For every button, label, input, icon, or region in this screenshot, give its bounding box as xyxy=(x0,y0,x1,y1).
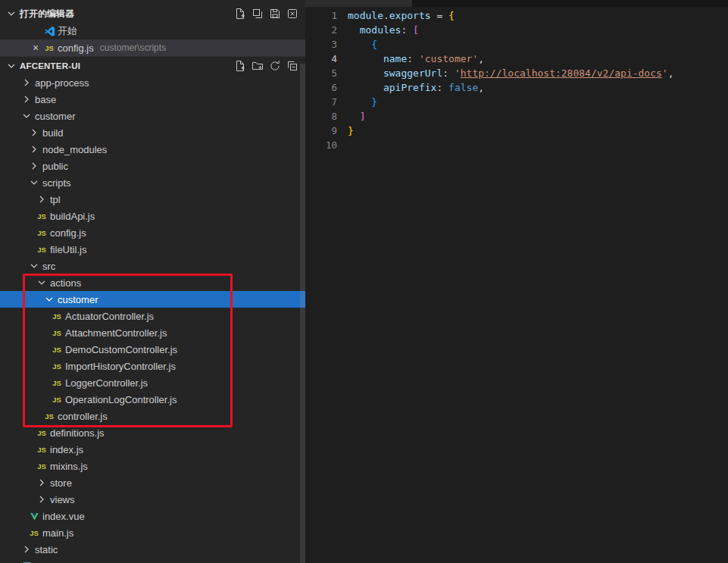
tree-item[interactable]: public xyxy=(0,158,305,174)
tree-item[interactable]: JSImportHistoryController.js xyxy=(0,358,305,374)
code-line[interactable]: 9} xyxy=(305,124,728,138)
open-editors-list: 开始×JSconfig.jscustomer\scripts xyxy=(0,23,305,56)
tree-item-label: app-process xyxy=(35,77,89,89)
chevron-down-icon xyxy=(5,60,18,72)
code-line[interactable]: 5 swaggerUrl: 'http://localhost:28084/v2… xyxy=(305,66,728,80)
open-editor-item[interactable]: ×JSconfig.jscustomer\scripts xyxy=(0,39,305,56)
tree-item[interactable]: JSLoggerController.js xyxy=(0,374,305,391)
new-folder-icon[interactable] xyxy=(248,58,266,74)
code-token: name xyxy=(383,53,407,64)
code-token: , xyxy=(668,67,674,79)
code-token xyxy=(348,82,383,93)
js-file-icon: JS xyxy=(35,229,48,237)
tree-item[interactable]: customer xyxy=(0,291,305,308)
code-token: http://localhost:28084/v2/api-docs xyxy=(461,67,662,79)
split-editor-icon[interactable] xyxy=(248,5,266,22)
chevron-right-icon xyxy=(35,477,48,489)
code-token xyxy=(348,96,371,108)
close-all-editors-icon[interactable] xyxy=(283,5,301,22)
editor-pane: 1module.exports = {2 modules: [3 {4 name… xyxy=(305,0,728,563)
code-line[interactable]: 10 xyxy=(305,138,728,152)
tree-item[interactable]: JSmain.js xyxy=(0,524,305,541)
new-untitled-file-icon[interactable] xyxy=(231,5,248,22)
tree-item-label: mixins.js xyxy=(50,461,88,472)
close-icon[interactable]: × xyxy=(29,42,42,54)
tree-item[interactable]: scripts xyxy=(0,174,305,191)
tree-item[interactable]: customer xyxy=(0,108,305,124)
open-editor-label: config.js xyxy=(58,42,94,54)
tree-item-label: actions xyxy=(50,277,81,289)
tree-item[interactable]: base xyxy=(0,91,305,108)
tree-item[interactable]: JSconfig.js xyxy=(0,224,305,241)
chevron-down-icon xyxy=(20,110,33,122)
tree-item[interactable]: JSActuatorController.js xyxy=(0,308,305,324)
sidebar-scrollbar[interactable] xyxy=(300,64,305,563)
explorer-section-header[interactable]: AFCENTER-UI xyxy=(0,56,305,74)
open-editors-title: 打开的编辑器 xyxy=(20,8,74,20)
tree-item[interactable]: JSAttachmentController.js xyxy=(0,324,305,341)
chevron-right-icon xyxy=(35,193,48,205)
refresh-explorer-icon[interactable] xyxy=(266,58,283,74)
code-line[interactable]: 4 name: 'customer', xyxy=(305,52,728,66)
tree-item[interactable]: static xyxy=(0,541,305,558)
js-file-icon: JS xyxy=(35,212,48,221)
code-token: false xyxy=(448,82,478,93)
tree-item[interactable]: JSindex.js xyxy=(0,441,305,458)
tree-item-label: main.js xyxy=(42,527,73,539)
tree-item-label: customer xyxy=(35,111,75,122)
line-number: 8 xyxy=(305,109,337,124)
tree-item-label: index.js xyxy=(50,444,83,455)
tree-item[interactable]: JScontroller.js xyxy=(0,408,305,424)
line-number: 7 xyxy=(305,95,337,109)
code-content: { xyxy=(348,37,377,52)
code-line[interactable]: 7 } xyxy=(305,95,728,109)
open-editors-header[interactable]: 打开的编辑器 xyxy=(0,5,305,23)
chevron-right-icon xyxy=(35,493,48,505)
code-content: swaggerUrl: 'http://localhost:28084/v2/a… xyxy=(348,66,674,80)
code-token: ] xyxy=(360,111,366,122)
js-file-icon: JS xyxy=(35,246,48,254)
tree-item-label: base xyxy=(35,94,56,105)
tree-item[interactable]: app-process xyxy=(0,74,305,91)
tree-item-label: fileUtil.js xyxy=(50,244,86,255)
tree-item[interactable]: node_modules xyxy=(0,141,305,158)
code-editor[interactable]: 1module.exports = {2 modules: [3 {4 name… xyxy=(305,7,728,152)
tree-item[interactable]: index.vue xyxy=(0,508,305,524)
code-token xyxy=(348,39,371,50)
code-line[interactable]: 3 { xyxy=(305,37,728,52)
tree-item[interactable]: JSdefinitions.js xyxy=(0,424,305,441)
tree-item[interactable]: JSfileUtil.js xyxy=(0,241,305,258)
vue-file-icon xyxy=(27,511,41,521)
tree-item[interactable]: store xyxy=(0,474,305,491)
code-token: : xyxy=(436,82,448,93)
tree-item[interactable]: actions xyxy=(0,274,305,291)
collapse-folders-icon[interactable] xyxy=(283,58,301,74)
tree-item[interactable]: JSbuildApi.js xyxy=(0,208,305,224)
code-line[interactable]: 6 apiPrefix: false, xyxy=(305,80,728,95)
code-token xyxy=(348,53,383,64)
tree-item-label: DemoCustomController.js xyxy=(65,344,177,355)
open-editor-item[interactable]: 开始 xyxy=(0,23,305,39)
code-token: : xyxy=(442,67,455,79)
tree-item[interactable]: JSDemoCustomController.js xyxy=(0,341,305,358)
tree-item[interactable]: JSOperationLogController.js xyxy=(0,391,305,408)
tree-item[interactable]: src xyxy=(0,258,305,274)
code-token: , xyxy=(478,53,484,64)
tree-item[interactable]: views xyxy=(0,491,305,508)
tree-item[interactable]: tpl xyxy=(0,191,305,208)
save-all-icon[interactable] xyxy=(266,5,283,22)
code-line[interactable]: 2 modules: [ xyxy=(305,23,728,37)
chevron-right-icon xyxy=(27,127,41,139)
code-line[interactable]: 1module.exports = { xyxy=(305,8,728,23)
editor-tab[interactable] xyxy=(305,0,413,7)
tree-item-label: OperationLogController.js xyxy=(65,394,177,405)
code-line[interactable]: 8 ] xyxy=(305,109,728,124)
tree-item[interactable]: build xyxy=(0,124,305,141)
js-file-icon: JS xyxy=(35,429,48,437)
code-token: [ xyxy=(413,24,419,36)
tree-item[interactable] xyxy=(0,558,305,563)
code-token: apiPrefix xyxy=(383,82,436,93)
tree-item[interactable]: JSmixins.js xyxy=(0,458,305,474)
new-file-icon[interactable] xyxy=(231,58,248,74)
code-token: 'customer' xyxy=(419,53,478,64)
